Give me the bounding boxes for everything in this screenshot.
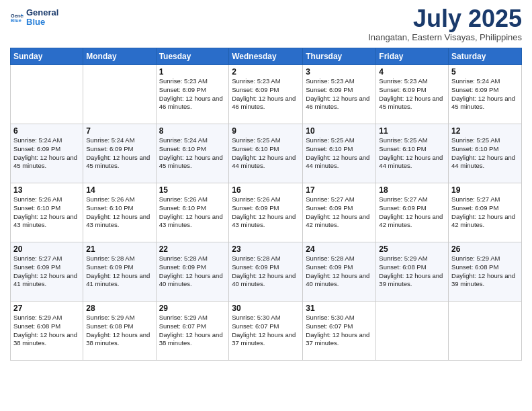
day-number: 20 [13, 244, 80, 254]
day-info: Sunrise: 5:26 AM Sunset: 6:09 PM Dayligh… [232, 195, 300, 230]
calendar-cell: 9Sunrise: 5:25 AM Sunset: 6:10 PM Daylig… [229, 124, 303, 183]
calendar-cell: 28Sunrise: 5:29 AM Sunset: 6:08 PM Dayli… [83, 302, 156, 361]
day-info: Sunrise: 5:30 AM Sunset: 6:07 PM Dayligh… [232, 314, 300, 348]
calendar-cell: 11Sunrise: 5:25 AM Sunset: 6:10 PM Dayli… [376, 124, 449, 183]
day-number: 26 [451, 244, 519, 254]
day-number: 28 [86, 304, 152, 313]
day-number: 22 [159, 244, 226, 254]
day-number: 27 [13, 304, 80, 313]
calendar-cell [83, 65, 156, 124]
day-number: 4 [379, 67, 445, 77]
calendar-cell: 15Sunrise: 5:26 AM Sunset: 6:10 PM Dayli… [156, 183, 229, 242]
calendar-cell: 17Sunrise: 5:27 AM Sunset: 6:09 PM Dayli… [303, 183, 376, 242]
day-info: Sunrise: 5:27 AM Sunset: 6:09 PM Dayligh… [306, 195, 373, 230]
calendar-cell: 10Sunrise: 5:25 AM Sunset: 6:10 PM Dayli… [303, 124, 376, 183]
calendar-cell: 24Sunrise: 5:28 AM Sunset: 6:09 PM Dayli… [303, 242, 376, 302]
day-info: Sunrise: 5:29 AM Sunset: 6:07 PM Dayligh… [159, 314, 226, 348]
day-info: Sunrise: 5:28 AM Sunset: 6:09 PM Dayligh… [232, 255, 300, 289]
day-number: 21 [86, 244, 152, 254]
day-info: Sunrise: 5:23 AM Sunset: 6:09 PM Dayligh… [232, 77, 300, 111]
calendar-cell: 13Sunrise: 5:26 AM Sunset: 6:10 PM Dayli… [11, 183, 83, 242]
day-number: 5 [451, 67, 519, 77]
calendar-header-row: SundayMondayTuesdayWednesdayThursdayFrid… [11, 48, 522, 65]
day-number: 25 [379, 244, 445, 254]
day-info: Sunrise: 5:24 AM Sunset: 6:09 PM Dayligh… [451, 77, 519, 111]
col-header-saturday: Saturday [449, 48, 522, 65]
day-number: 3 [306, 67, 373, 77]
day-number: 18 [379, 185, 445, 195]
calendar-cell [11, 65, 83, 124]
logo-blue: Blue [26, 17, 58, 27]
calendar-cell: 12Sunrise: 5:25 AM Sunset: 6:10 PM Dayli… [449, 124, 522, 183]
col-header-wednesday: Wednesday [229, 48, 303, 65]
day-number: 31 [306, 304, 373, 313]
day-number: 12 [451, 126, 519, 136]
day-number: 2 [232, 67, 300, 77]
col-header-sunday: Sunday [11, 48, 83, 65]
day-info: Sunrise: 5:23 AM Sunset: 6:09 PM Dayligh… [159, 77, 226, 111]
day-number: 11 [379, 126, 445, 136]
svg-text:Blue: Blue [11, 17, 21, 24]
day-info: Sunrise: 5:23 AM Sunset: 6:09 PM Dayligh… [379, 77, 445, 111]
day-info: Sunrise: 5:29 AM Sunset: 6:08 PM Dayligh… [86, 314, 152, 348]
day-info: Sunrise: 5:25 AM Sunset: 6:10 PM Dayligh… [451, 136, 519, 171]
calendar-cell: 1Sunrise: 5:23 AM Sunset: 6:09 PM Daylig… [156, 65, 229, 124]
day-info: Sunrise: 5:29 AM Sunset: 6:08 PM Dayligh… [451, 255, 519, 289]
logo-general: General [26, 8, 58, 17]
calendar-cell: 5Sunrise: 5:24 AM Sunset: 6:09 PM Daylig… [449, 65, 522, 124]
calendar-cell [376, 302, 449, 361]
calendar-cell: 6Sunrise: 5:24 AM Sunset: 6:09 PM Daylig… [11, 124, 83, 183]
day-info: Sunrise: 5:26 AM Sunset: 6:10 PM Dayligh… [159, 195, 226, 230]
calendar-cell: 22Sunrise: 5:28 AM Sunset: 6:09 PM Dayli… [156, 242, 229, 302]
day-info: Sunrise: 5:29 AM Sunset: 6:08 PM Dayligh… [379, 255, 445, 289]
day-number: 14 [86, 185, 152, 195]
calendar-cell: 25Sunrise: 5:29 AM Sunset: 6:08 PM Dayli… [376, 242, 449, 302]
calendar-cell: 3Sunrise: 5:23 AM Sunset: 6:09 PM Daylig… [303, 65, 376, 124]
day-number: 6 [13, 126, 80, 136]
day-info: Sunrise: 5:27 AM Sunset: 6:09 PM Dayligh… [379, 195, 445, 230]
day-info: Sunrise: 5:25 AM Sunset: 6:10 PM Dayligh… [232, 136, 300, 171]
logo-icon: General Blue [10, 7, 24, 28]
calendar-week-row: 27Sunrise: 5:29 AM Sunset: 6:08 PM Dayli… [11, 302, 522, 361]
col-header-tuesday: Tuesday [156, 48, 229, 65]
location-subtitle: Inangatan, Eastern Visayas, Philippines [368, 32, 522, 42]
calendar-cell: 23Sunrise: 5:28 AM Sunset: 6:09 PM Dayli… [229, 242, 303, 302]
day-number: 9 [232, 126, 300, 136]
calendar-cell: 14Sunrise: 5:26 AM Sunset: 6:10 PM Dayli… [83, 183, 156, 242]
day-info: Sunrise: 5:25 AM Sunset: 6:10 PM Dayligh… [306, 136, 373, 171]
month-title: July 2025 [368, 7, 522, 31]
calendar-cell: 30Sunrise: 5:30 AM Sunset: 6:07 PM Dayli… [229, 302, 303, 361]
page: General Blue General Blue July 2025 Inan… [0, 0, 532, 411]
day-info: Sunrise: 5:28 AM Sunset: 6:09 PM Dayligh… [306, 255, 373, 289]
day-number: 10 [306, 126, 373, 136]
day-number: 13 [13, 185, 80, 195]
calendar-cell: 4Sunrise: 5:23 AM Sunset: 6:09 PM Daylig… [376, 65, 449, 124]
day-number: 16 [232, 185, 300, 195]
day-info: Sunrise: 5:24 AM Sunset: 6:09 PM Dayligh… [86, 136, 152, 171]
calendar-cell: 27Sunrise: 5:29 AM Sunset: 6:08 PM Dayli… [11, 302, 83, 361]
day-info: Sunrise: 5:24 AM Sunset: 6:09 PM Dayligh… [13, 136, 80, 171]
day-number: 29 [159, 304, 226, 313]
day-number: 23 [232, 244, 300, 254]
calendar-cell: 29Sunrise: 5:29 AM Sunset: 6:07 PM Dayli… [156, 302, 229, 361]
day-info: Sunrise: 5:26 AM Sunset: 6:10 PM Dayligh… [86, 195, 152, 230]
calendar-cell: 2Sunrise: 5:23 AM Sunset: 6:09 PM Daylig… [229, 65, 303, 124]
calendar-week-row: 20Sunrise: 5:27 AM Sunset: 6:09 PM Dayli… [11, 242, 522, 302]
col-header-friday: Friday [376, 48, 449, 65]
calendar-cell: 7Sunrise: 5:24 AM Sunset: 6:09 PM Daylig… [83, 124, 156, 183]
calendar-week-row: 1Sunrise: 5:23 AM Sunset: 6:09 PM Daylig… [11, 65, 522, 124]
day-info: Sunrise: 5:30 AM Sunset: 6:07 PM Dayligh… [306, 314, 373, 348]
calendar-cell: 8Sunrise: 5:24 AM Sunset: 6:10 PM Daylig… [156, 124, 229, 183]
col-header-monday: Monday [83, 48, 156, 65]
day-number: 8 [159, 126, 226, 136]
day-number: 19 [451, 185, 519, 195]
day-info: Sunrise: 5:28 AM Sunset: 6:09 PM Dayligh… [159, 255, 226, 289]
logo: General Blue General Blue [10, 7, 58, 28]
day-info: Sunrise: 5:27 AM Sunset: 6:09 PM Dayligh… [13, 255, 80, 289]
col-header-thursday: Thursday [303, 48, 376, 65]
calendar-cell [449, 302, 522, 361]
header: General Blue General Blue July 2025 Inan… [10, 7, 522, 42]
calendar-table: SundayMondayTuesdayWednesdayThursdayFrid… [10, 48, 522, 361]
day-info: Sunrise: 5:28 AM Sunset: 6:09 PM Dayligh… [86, 255, 152, 289]
calendar-cell: 16Sunrise: 5:26 AM Sunset: 6:09 PM Dayli… [229, 183, 303, 242]
